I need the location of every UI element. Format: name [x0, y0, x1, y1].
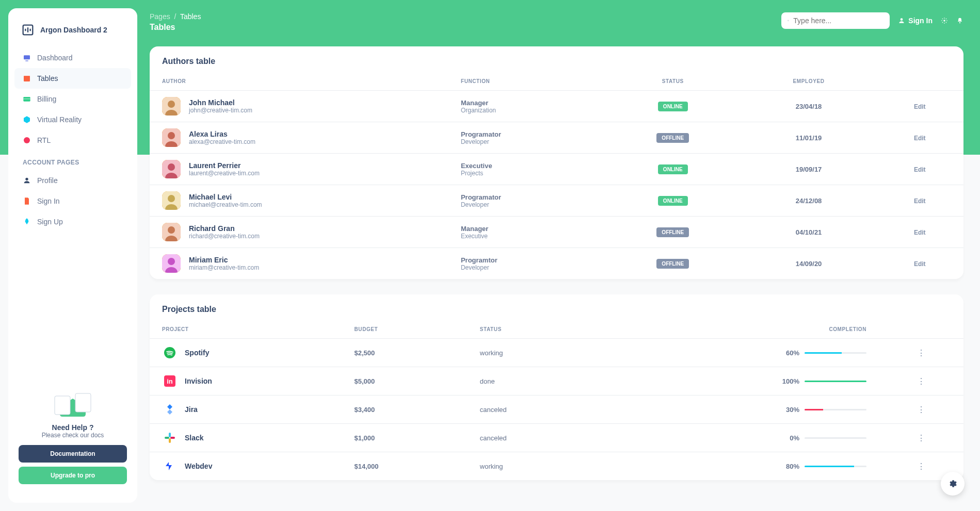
- documentation-button[interactable]: Documentation: [19, 445, 127, 463]
- svg-point-23: [168, 226, 175, 234]
- status-badge: ONLINE: [658, 196, 688, 206]
- sidebar-item-sign-in[interactable]: Sign In: [14, 191, 131, 211]
- svg-rect-9: [55, 396, 70, 415]
- col-author: AUTHOR: [150, 72, 448, 91]
- project-name: Spotify: [185, 349, 209, 357]
- table-row: Slack$1,000canceled0%⋮: [150, 424, 963, 452]
- sidebar-item-label: Dashboard: [37, 54, 73, 62]
- status-badge: OFFLINE: [656, 227, 689, 237]
- nav-account-heading: ACCOUNT PAGES: [14, 151, 131, 170]
- projects-title: Projects table: [150, 294, 963, 320]
- search-icon: [788, 17, 789, 24]
- help-illustration-icon: [50, 388, 96, 419]
- main: Pages / Tables Tables Sign In: [150, 8, 972, 503]
- sidebar-item-profile[interactable]: Profile: [14, 170, 131, 191]
- svg-rect-31: [169, 438, 171, 443]
- edit-button[interactable]: Edit: [914, 260, 926, 268]
- col-pstatus: STATUS: [468, 320, 600, 339]
- employed-date: 24/12/08: [796, 197, 822, 205]
- gear-icon: [948, 479, 957, 488]
- author-email: michael@creative-tim.com: [189, 201, 262, 208]
- author-name: Miriam Eric: [189, 256, 259, 264]
- author-name: Alexa Liras: [189, 130, 255, 138]
- edit-button[interactable]: Edit: [914, 135, 926, 142]
- employed-date: 19/09/17: [796, 166, 822, 173]
- search-box[interactable]: [781, 12, 890, 29]
- avatar: [162, 160, 181, 178]
- row-menu-button[interactable]: ⋮: [917, 349, 925, 357]
- edit-button[interactable]: Edit: [914, 103, 926, 110]
- row-menu-button[interactable]: ⋮: [917, 405, 925, 414]
- calendar-icon: [23, 74, 31, 83]
- sidebar-item-tables[interactable]: Tables: [14, 68, 131, 89]
- settings-link[interactable]: [941, 17, 948, 24]
- completion-pct: 100%: [782, 377, 799, 385]
- author-dept: Projects: [461, 170, 592, 177]
- table-row: Laurent Perrierlaurent@creative-tim.comE…: [150, 154, 963, 185]
- author-email: miriam@creative-tim.com: [189, 264, 259, 271]
- sidebar-item-virtual-reality[interactable]: Virtual Reality: [14, 109, 131, 130]
- edit-button[interactable]: Edit: [914, 166, 926, 173]
- brand: Argon Dashboard 2: [14, 19, 131, 47]
- user-icon: [23, 176, 31, 185]
- completion-pct: 80%: [786, 463, 799, 470]
- nav: DashboardTablesBillingVirtual RealityRTL…: [14, 47, 131, 384]
- project-budget: $2,500: [354, 349, 375, 357]
- project-budget: $14,000: [354, 463, 378, 470]
- svg-rect-30: [165, 437, 169, 439]
- brand-logo-icon: [21, 23, 35, 37]
- svg-rect-1: [24, 55, 30, 59]
- completion-pct: 60%: [786, 349, 799, 357]
- row-menu-button[interactable]: ⋮: [917, 434, 925, 442]
- avatar: [162, 128, 181, 147]
- author-email: laurent@creative-tim.com: [189, 170, 260, 177]
- svg-point-12: [943, 20, 945, 22]
- gear-icon: [941, 17, 948, 24]
- table-row: Michael Levimichael@creative-tim.comProg…: [150, 185, 963, 217]
- progress-bar: [805, 437, 866, 439]
- search-input[interactable]: [793, 17, 883, 25]
- table-row: Jira$3,400canceled30%⋮: [150, 395, 963, 424]
- svg-rect-29: [169, 433, 171, 437]
- project-status: canceled: [480, 434, 507, 442]
- signin-link[interactable]: Sign In: [898, 17, 933, 25]
- project-name: Slack: [185, 434, 204, 442]
- row-menu-button[interactable]: ⋮: [917, 377, 925, 386]
- author-role: Manager: [461, 225, 592, 233]
- edit-button[interactable]: Edit: [914, 229, 926, 236]
- jira-icon: [162, 402, 178, 417]
- progress-bar: [805, 381, 866, 382]
- employed-date: 14/09/20: [796, 260, 822, 268]
- progress-bar: [805, 352, 866, 354]
- table-row: Alexa Lirasalexa@creative-tim.comProgram…: [150, 122, 963, 154]
- author-email: alexa@creative-tim.com: [189, 138, 255, 145]
- sidebar-item-billing[interactable]: Billing: [14, 89, 131, 109]
- employed-date: 04/10/21: [796, 228, 822, 236]
- sidebar: Argon Dashboard 2 DashboardTablesBilling…: [8, 8, 137, 503]
- svg-point-13: [959, 22, 960, 23]
- row-menu-button[interactable]: ⋮: [917, 462, 925, 471]
- help-title: Need Help ?: [19, 423, 127, 432]
- col-budget: BUDGET: [342, 320, 467, 339]
- upgrade-button[interactable]: Upgrade to pro: [19, 467, 127, 484]
- author-email: john@creative-tim.com: [189, 107, 252, 114]
- projects-card: Projects table PROJECT BUDGET STATUS COM…: [150, 294, 963, 480]
- bell-icon: [956, 17, 963, 24]
- avatar: [162, 97, 181, 116]
- edit-button[interactable]: Edit: [914, 197, 926, 205]
- notifications-link[interactable]: [956, 17, 963, 24]
- slack-icon: [162, 430, 178, 446]
- sidebar-item-sign-up[interactable]: Sign Up: [14, 211, 131, 232]
- globe-icon: [23, 136, 31, 144]
- sidebar-item-dashboard[interactable]: Dashboard: [14, 47, 131, 68]
- settings-fab[interactable]: [941, 472, 965, 496]
- status-badge: ONLINE: [658, 102, 688, 111]
- help-card: Need Help ? Please check our docs Docume…: [14, 384, 131, 492]
- project-name: Webdev: [185, 462, 212, 470]
- author-dept: Developer: [461, 201, 592, 208]
- breadcrumb-root[interactable]: Pages: [150, 12, 170, 21]
- sidebar-item-rtl[interactable]: RTL: [14, 130, 131, 151]
- author-name: Richard Gran: [189, 224, 260, 233]
- svg-rect-32: [170, 437, 175, 439]
- box-icon: [23, 116, 31, 124]
